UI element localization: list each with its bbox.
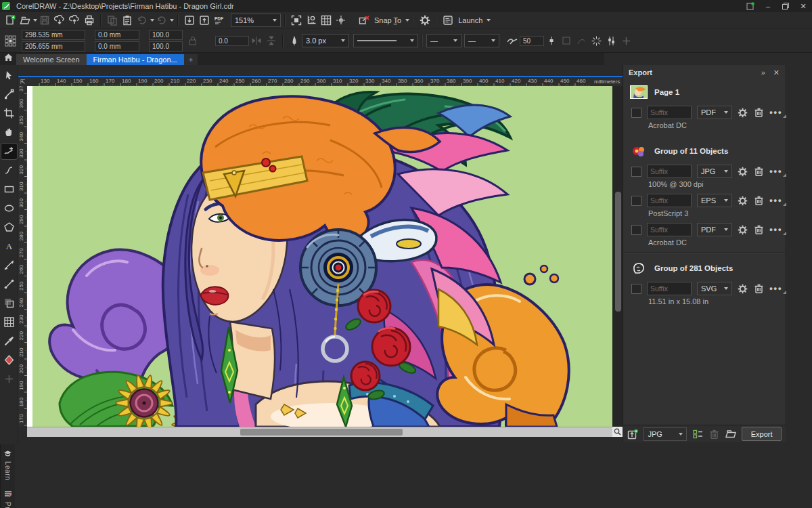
show-rulers-icon[interactable]: [304, 13, 319, 28]
open-document-icon[interactable]: [18, 13, 32, 28]
suffix-input[interactable]: [647, 194, 692, 207]
format-select[interactable]: SVG: [697, 282, 732, 295]
new-document-icon[interactable]: [3, 13, 18, 28]
item-more-options-icon[interactable]: ●●●: [769, 168, 785, 175]
item-more-options-icon[interactable]: ●●●: [769, 285, 785, 292]
sliders-icon[interactable]: [604, 33, 618, 48]
full-screen-preview-icon[interactable]: [289, 13, 304, 28]
smoothing-field[interactable]: 50: [520, 36, 544, 46]
item-settings-gear-icon[interactable]: [738, 165, 748, 177]
add-export-item-icon[interactable]: [627, 428, 638, 440]
pan-tool[interactable]: [1, 125, 17, 140]
suffix-input[interactable]: [647, 106, 692, 119]
connector-tool[interactable]: [1, 276, 17, 292]
zoom-corner-button[interactable]: [612, 427, 623, 437]
ellipse-tool[interactable]: [1, 200, 17, 216]
export-group-header[interactable]: Page 1: [623, 80, 785, 103]
launch-icon[interactable]: [441, 13, 455, 28]
item-delete-trash-icon[interactable]: [754, 224, 764, 236]
object-position-anchor[interactable]: [3, 33, 18, 48]
export-item-checkbox[interactable]: [631, 225, 641, 235]
export-item-checkbox[interactable]: [631, 108, 641, 118]
pick-tool[interactable]: [1, 68, 17, 83]
vertical-scroll-thumb[interactable]: [615, 192, 621, 312]
ruler-origin-button[interactable]: ⇱: [18, 77, 27, 86]
horizontal-scrollbar[interactable]: [27, 427, 612, 437]
show-grid-icon[interactable]: [319, 13, 334, 28]
whats-new-icon[interactable]: [742, 0, 759, 12]
export-icon[interactable]: [197, 13, 212, 28]
horizontal-scroll-thumb[interactable]: [240, 429, 403, 436]
shape-tool[interactable]: [1, 87, 17, 102]
close-button[interactable]: ✕: [794, 0, 812, 12]
default-format-select[interactable]: JPG: [644, 427, 686, 441]
export-item-checkbox[interactable]: [631, 167, 641, 177]
export-group-header[interactable]: Group of 281 Objects: [623, 256, 785, 279]
rotation-angle-field[interactable]: 0.0: [215, 36, 249, 46]
freehand-pick-tool[interactable]: [1, 144, 17, 159]
suffix-input[interactable]: [647, 282, 692, 295]
item-settings-gear-icon[interactable]: [738, 194, 748, 207]
export-button[interactable]: Export: [742, 427, 782, 441]
curve-tool[interactable]: [1, 163, 17, 178]
arrowhead-start-select[interactable]: —: [426, 34, 461, 47]
scale-x-field[interactable]: 100.0: [149, 30, 183, 40]
format-select[interactable]: EPS: [697, 194, 732, 207]
launch-label[interactable]: Launch: [458, 16, 482, 24]
tab-welcome-screen[interactable]: Welcome Screen: [16, 54, 87, 65]
lock-ratio-icon[interactable]: [185, 33, 200, 48]
options-gear-icon[interactable]: [418, 13, 432, 28]
scale-y-field[interactable]: 100.0: [149, 41, 183, 51]
format-select[interactable]: JPG: [697, 165, 732, 178]
position-y-field[interactable]: 205.655 mm: [22, 41, 85, 51]
format-select[interactable]: PDF: [697, 106, 732, 119]
docker-close-icon[interactable]: ✕: [773, 68, 780, 77]
snap-to-label[interactable]: Snap To: [374, 16, 401, 24]
docker-tab-properties[interactable]: Properties: [4, 490, 12, 508]
format-select[interactable]: PDF: [697, 223, 732, 236]
item-more-options-icon[interactable]: ●●●: [769, 197, 785, 204]
object-height-field[interactable]: 0.0 mm: [95, 41, 139, 51]
export-options-list-icon[interactable]: [692, 428, 703, 440]
mirror-horizontal-icon[interactable]: [249, 33, 264, 48]
import-icon[interactable]: [182, 13, 197, 28]
interactive-fill-tool[interactable]: [1, 352, 17, 368]
item-more-options-icon[interactable]: ●●●: [769, 226, 785, 233]
item-delete-trash-icon[interactable]: [754, 106, 764, 119]
text-tool[interactable]: A: [1, 238, 17, 254]
mesh-fill-tool[interactable]: [1, 314, 17, 330]
item-settings-gear-icon[interactable]: [738, 282, 748, 295]
item-delete-trash-icon[interactable]: [754, 194, 764, 207]
snap-disable-icon[interactable]: [357, 13, 371, 28]
add-tool-button[interactable]: [1, 371, 17, 387]
minimize-button[interactable]: –: [759, 0, 777, 12]
home-welcome-icon[interactable]: [0, 50, 16, 65]
drop-shadow-tool[interactable]: [1, 295, 17, 311]
item-delete-trash-icon[interactable]: [754, 282, 764, 295]
item-settings-gear-icon[interactable]: [738, 106, 748, 119]
burst-icon[interactable]: [589, 33, 604, 48]
zoom-level-select[interactable]: 151%: [231, 14, 281, 27]
new-document-tab-button[interactable]: +: [184, 54, 198, 65]
line-style-select[interactable]: [353, 34, 418, 47]
rectangle-tool[interactable]: [1, 182, 17, 197]
item-more-options-icon[interactable]: ●●●: [769, 109, 785, 116]
dimension-tool[interactable]: [1, 257, 17, 273]
show-guidelines-icon[interactable]: [334, 13, 348, 28]
outline-width-select[interactable]: 3.0 px: [302, 34, 349, 47]
export-group-header[interactable]: Group of 11 Objects: [623, 139, 785, 162]
publish-to-pdf-icon[interactable]: PDF: [212, 13, 227, 28]
export-item-checkbox[interactable]: [631, 196, 641, 206]
mirror-vertical-icon[interactable]: [264, 33, 279, 48]
suffix-input[interactable]: [647, 165, 692, 178]
print-icon[interactable]: [82, 13, 97, 28]
tab-document-active[interactable]: Firman Hatibu - Dragon...: [87, 54, 184, 65]
polygon-tool[interactable]: [1, 219, 17, 235]
add-preset-icon[interactable]: [618, 33, 633, 48]
import-from-cloud-icon[interactable]: [52, 13, 67, 28]
arrowhead-end-select[interactable]: —: [464, 34, 499, 47]
docker-collapse-icon[interactable]: »: [761, 68, 765, 77]
object-width-field[interactable]: 0.0 mm: [95, 30, 139, 40]
eyedropper-tool[interactable]: [1, 333, 17, 349]
docker-tab-learn[interactable]: Learn: [3, 450, 12, 480]
